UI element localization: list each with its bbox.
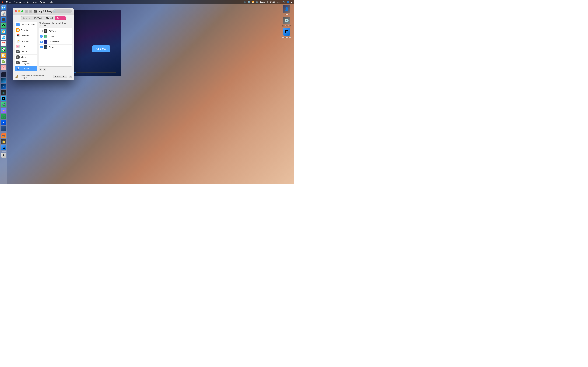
desktop-icon-screenshots-label: Screenshots bbox=[282, 36, 291, 38]
dock-item-photos[interactable]: 🌸 bbox=[1, 65, 6, 70]
tab-general[interactable]: General bbox=[21, 16, 32, 20]
sidebar-label-microphone: Microphone bbox=[21, 56, 30, 58]
svg-point-1 bbox=[17, 77, 17, 78]
location-icon: 📍 bbox=[16, 23, 20, 26]
desktop-icons-container: 👤 TinhK 💿 BOOTCAMP 🖼 Screenshots bbox=[281, 5, 292, 38]
bluestacks-label: BlueStacks bbox=[49, 35, 59, 37]
accessibility-icon: ♿ bbox=[16, 67, 20, 70]
search-menubar-icon[interactable]: 🔍 bbox=[283, 1, 285, 3]
dock-item-ps[interactable]: Ps bbox=[1, 78, 6, 83]
desktop-icon-bootcamp[interactable]: 💿 BOOTCAMP bbox=[281, 17, 292, 26]
dock-item-appletv[interactable]: 📺 bbox=[1, 90, 6, 95]
sidebar-item-microphone[interactable]: 🎙 Microphone bbox=[15, 55, 37, 60]
app-item-aeserver: ⚙ AEServer bbox=[39, 28, 72, 34]
siri-icon[interactable]: 🔵 bbox=[287, 1, 289, 3]
back-button[interactable]: ‹ bbox=[25, 10, 28, 13]
tab-privacy[interactable]: Privacy bbox=[55, 16, 66, 20]
speech-icon: 🎙 bbox=[16, 61, 20, 65]
contacts-icon: 📋 bbox=[16, 28, 20, 32]
window-footer: Click the lock to prevent further change… bbox=[13, 73, 74, 80]
sidebar-item-photos[interactable]: 🌸 Photos bbox=[15, 44, 37, 49]
choi-thoi-button[interactable]: Chơi thôi bbox=[92, 45, 110, 52]
aeserver-icon: ⚙ bbox=[44, 29, 47, 33]
dock-item-chrome[interactable]: 🌐 bbox=[1, 35, 6, 40]
desktop-icon-tinhk[interactable]: 👤 TinhK bbox=[281, 5, 292, 15]
sidebar-item-calendars[interactable]: 📅 Calendars bbox=[15, 33, 37, 38]
dock-item-messages[interactable]: 💬 bbox=[1, 47, 6, 52]
dock-item-facetime[interactable]: 📹 bbox=[1, 102, 6, 107]
bluestacks-checkbox[interactable] bbox=[40, 35, 43, 38]
menu-edit[interactable]: Edit bbox=[27, 1, 30, 3]
menu-help[interactable]: Help bbox=[49, 1, 53, 3]
dock-item-safari[interactable]: 🧭 bbox=[1, 29, 6, 34]
app-name[interactable]: System Preferences bbox=[6, 1, 25, 3]
apple-menu[interactable]: 🍎 bbox=[1, 1, 4, 3]
app-toolbar: + − bbox=[39, 68, 72, 71]
content-header: Allow the apps below to control your com… bbox=[39, 22, 72, 27]
tab-filevault[interactable]: FileVault bbox=[32, 16, 44, 20]
dock-item-appstore[interactable]: 🅰 bbox=[1, 96, 6, 101]
maximize-button[interactable] bbox=[21, 10, 23, 12]
gotiengviet-checkbox[interactable] bbox=[40, 41, 43, 43]
lock-icon-wrapper[interactable] bbox=[15, 75, 19, 79]
aeserver-checkbox[interactable] bbox=[40, 30, 43, 32]
dock-separator-1 bbox=[1, 71, 6, 71]
sidebar-item-reminders[interactable]: 📝 Reminders bbox=[15, 38, 37, 44]
dock-item-reminders[interactable]: ✅ bbox=[1, 59, 6, 64]
lock-footer-text: Click the lock to prevent further change… bbox=[20, 75, 52, 79]
desktop: 🍎 System Preferences Edit View Window He… bbox=[0, 0, 294, 184]
menu-window[interactable]: Window bbox=[40, 1, 46, 3]
notification-icon[interactable]: ☰ bbox=[291, 1, 293, 3]
window-titlebar: ‹ › Security & Privacy 🔍 bbox=[13, 8, 74, 15]
dock-item-word[interactable]: W bbox=[1, 126, 6, 131]
remove-app-button[interactable]: − bbox=[43, 68, 46, 71]
dock-item-launchpad[interactable]: 🚀 bbox=[1, 11, 6, 17]
search-box[interactable]: 🔍 bbox=[52, 9, 72, 13]
sidebar-label-reminders: Reminders bbox=[21, 40, 29, 42]
steam-label: Steam bbox=[49, 46, 54, 48]
steam-checkbox[interactable] bbox=[40, 46, 43, 48]
dock-item-filemanager[interactable]: 🗂 bbox=[1, 145, 6, 150]
sidebar-item-location[interactable]: 📍 Location Services bbox=[15, 22, 37, 27]
sidebar-item-camera[interactable]: 📷 Camera bbox=[15, 49, 37, 55]
close-button[interactable] bbox=[15, 10, 17, 12]
advanced-button[interactable]: Advanced... bbox=[53, 75, 67, 78]
minimize-button[interactable] bbox=[18, 10, 20, 12]
dock-item-messenger[interactable]: ⚡ bbox=[1, 108, 6, 113]
sidebar-label-camera: Camera bbox=[21, 51, 27, 53]
menu-view[interactable]: View bbox=[33, 1, 37, 3]
dock-item-finder[interactable]: 🌊 bbox=[1, 5, 6, 10]
dock-item-calendar[interactable]: 📅 bbox=[1, 41, 6, 46]
forward-button[interactable]: › bbox=[29, 10, 32, 13]
sidebar-item-accessibility[interactable]: ♿ Accessibility bbox=[15, 66, 37, 71]
menubar-left: 🍎 System Preferences Edit View Window He… bbox=[1, 1, 53, 3]
dock-item-zalo[interactable]: Z bbox=[1, 120, 6, 125]
sidebar-item-speech[interactable]: 🎙 Speech Recognition bbox=[15, 60, 37, 66]
tabs: General FileVault Firewall Privacy bbox=[13, 15, 74, 20]
help-button[interactable]: ? bbox=[69, 75, 72, 78]
add-app-button[interactable]: + bbox=[39, 68, 42, 71]
sidebar-item-contacts[interactable]: 📋 Contacts bbox=[15, 27, 37, 33]
search-input[interactable] bbox=[57, 10, 71, 12]
dock-item-maps[interactable]: 🗺 bbox=[1, 23, 6, 28]
dock-item-notes2[interactable]: 📒 bbox=[1, 139, 6, 144]
app-item-gotiengviet: V GoTiengViet bbox=[39, 39, 72, 45]
dock-item-notes[interactable]: 📝 bbox=[1, 53, 6, 58]
desktop-icon-screenshots[interactable]: 🖼 Screenshots bbox=[281, 28, 292, 38]
desktop-icon-bootcamp-label: BOOTCAMP bbox=[282, 25, 291, 26]
dock-item-gamedev[interactable]: 🎮 bbox=[1, 133, 6, 138]
main-content: Allow the apps below to control your com… bbox=[39, 22, 72, 71]
dock-item-spotify[interactable]: 🎵 bbox=[1, 114, 6, 119]
sidebar-label-location: Location Services bbox=[21, 24, 35, 26]
tab-firewall[interactable]: Firewall bbox=[44, 16, 55, 20]
menubar-right: 🎵 ⚙️ 📶 🔊 100% Thu 14:29 TinhK 🔍 🔵 ☰ bbox=[244, 1, 293, 3]
gotiengviet-label: GoTiengViet bbox=[49, 41, 60, 43]
dock-item-trash[interactable]: 🗑 bbox=[1, 153, 6, 158]
clock: Thu 14:29 bbox=[266, 1, 275, 3]
dock-item-mission[interactable]: ⬛ bbox=[1, 17, 6, 22]
app-item-steam: 🎮 Steam bbox=[39, 45, 72, 50]
traffic-lights bbox=[15, 10, 23, 12]
dock-item-lrc[interactable]: Lr bbox=[1, 72, 6, 77]
gotiengviet-icon: V bbox=[44, 40, 47, 43]
dock-item-bridge[interactable]: Br bbox=[1, 84, 6, 89]
